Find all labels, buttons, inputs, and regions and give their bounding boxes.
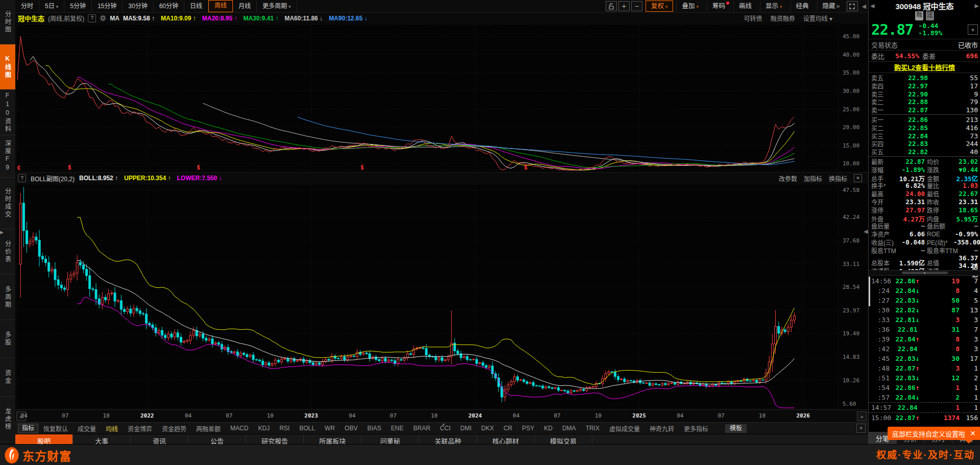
- indicator-item[interactable]: MACD: [230, 425, 248, 432]
- indicator-item[interactable]: RSI: [279, 425, 290, 432]
- tool-button[interactable]: 经典: [791, 1, 814, 11]
- indicator-item[interactable]: 资金趋势: [162, 424, 186, 433]
- help-icon[interactable]: ?: [88, 14, 96, 22]
- collapse-right-panel-arrow[interactable]: ◀: [864, 228, 868, 235]
- indicator-item[interactable]: 资金博弈: [128, 424, 152, 433]
- period-button[interactable]: 更多周期▾: [257, 1, 297, 12]
- sidebar-item-tab[interactable]: 多周期: [0, 275, 15, 320]
- indicator-item[interactable]: CCI: [440, 425, 451, 432]
- ask-row[interactable]: 卖三22.909: [869, 90, 980, 98]
- period-button[interactable]: 周线: [208, 0, 233, 12]
- sidebar-item-active[interactable]: K线图: [0, 44, 15, 90]
- period-button[interactable]: 日线: [184, 1, 208, 12]
- header-link[interactable]: 设置均线 ▾: [803, 14, 832, 22]
- indicator-item[interactable]: KD: [544, 425, 553, 432]
- collapse-right-panel-icon[interactable]: ◀: [862, 3, 866, 10]
- tool-button[interactable]: 复权▾: [646, 1, 674, 12]
- next-stock-arrow[interactable]: ▶: [975, 3, 979, 9]
- indicator-item[interactable]: DMI: [460, 425, 471, 432]
- indicator-item[interactable]: BOLL: [299, 425, 315, 432]
- sidebar-item-tab[interactable]: 多股: [0, 320, 15, 358]
- boll-action-button[interactable]: 改参数: [779, 174, 797, 183]
- prev-stock-arrow[interactable]: ◀: [870, 3, 874, 9]
- tool-button[interactable]: 筹码: [707, 1, 730, 11]
- scroll-right-button[interactable]: »: [857, 411, 867, 421]
- tooltip-close-icon[interactable]: ✕: [970, 429, 976, 437]
- change-percent: -1.89%: [918, 30, 942, 37]
- tool-button[interactable]: 显示▾: [760, 1, 787, 11]
- panel-splitter[interactable]: ▲: [869, 270, 980, 276]
- template-button[interactable]: 模板: [725, 424, 747, 433]
- indicator-item[interactable]: 更多指标: [684, 424, 708, 433]
- eastmoney-logo[interactable]: 东方财富: [4, 447, 71, 464]
- indicator-collapse-handle[interactable]: ▲: [442, 422, 445, 426]
- period-button[interactable]: 15分钟: [92, 1, 123, 12]
- tool-button[interactable]: 叠加▾: [676, 1, 704, 11]
- tick-price: 22.83↓: [892, 374, 923, 382]
- period-button[interactable]: 30分钟: [123, 1, 153, 12]
- bid-row[interactable]: 买一22.86213: [869, 115, 980, 124]
- indicator-item[interactable]: CR: [504, 425, 512, 432]
- indicator-item[interactable]: 均线: [106, 424, 118, 433]
- indicator-item[interactable]: DKX: [481, 425, 494, 432]
- ask-row[interactable]: 卖二22.8879: [869, 97, 980, 106]
- ask-row[interactable]: 卖一22.87130: [869, 106, 980, 114]
- add-indicator-button[interactable]: +: [856, 424, 866, 433]
- tick-scrollbar[interactable]: [869, 277, 870, 306]
- indicator-item[interactable]: BRAR: [413, 425, 430, 432]
- period-button[interactable]: 5分钟: [64, 1, 92, 12]
- sidebar-item-tab[interactable]: F10资料: [0, 90, 15, 135]
- period-button[interactable]: 月线: [233, 1, 257, 12]
- help-icon[interactable]: ?: [18, 174, 26, 182]
- indicator-item[interactable]: 神奇九转: [650, 424, 674, 433]
- boll-action-button[interactable]: 换指标: [829, 174, 847, 183]
- period-button[interactable]: 60分钟: [154, 1, 184, 12]
- tool-button[interactable]: 隐藏»: [817, 1, 845, 11]
- sidebar-expand-arrow[interactable]: ▶: [0, 230, 4, 235]
- indicator-item[interactable]: 恢复默认: [43, 424, 68, 433]
- indicator-item[interactable]: OBV: [345, 425, 357, 432]
- indicator-item[interactable]: 成交量: [78, 424, 96, 433]
- sidebar-item-tab[interactable]: 分价表: [0, 229, 15, 275]
- indicator-item[interactable]: 两融差额: [196, 424, 221, 433]
- header-link[interactable]: 可转债: [744, 14, 762, 22]
- indicator-item[interactable]: KDJ: [258, 425, 270, 432]
- indicator-item[interactable]: PSY: [522, 425, 534, 432]
- indicator-item[interactable]: 虚拟成交量: [609, 424, 640, 433]
- gear-icon[interactable]: [100, 15, 106, 21]
- lock-icon[interactable]: [606, 1, 617, 11]
- boll-subchart-pane[interactable]: 47.5842.2437.6833.1128.5423.9719.4014.83…: [15, 184, 868, 409]
- sidebar-item-tab[interactable]: 分时图: [0, 0, 15, 44]
- fullscreen-icon[interactable]: [847, 1, 858, 11]
- indicator-item[interactable]: WR: [325, 425, 335, 432]
- bid-row[interactable]: 买二22.85416: [869, 124, 980, 132]
- period-button[interactable]: 5日▾: [39, 1, 64, 12]
- tool-button[interactable]: 画线: [733, 1, 757, 11]
- indicator-item[interactable]: TRIX: [586, 425, 600, 432]
- sidebar-item-tab[interactable]: 深度F9: [0, 135, 15, 178]
- bid-row[interactable]: 买三22.8473: [869, 132, 980, 140]
- ask-row[interactable]: 卖四22.9717: [869, 82, 980, 90]
- indicator-item[interactable]: DMA: [562, 425, 576, 432]
- add-to-watchlist-button[interactable]: +: [968, 25, 978, 35]
- tick-volume: 87: [923, 306, 961, 314]
- indicator-label[interactable]: 指标: [18, 424, 38, 433]
- sidebar-item-tab[interactable]: 分时成交: [0, 178, 15, 229]
- ask-row[interactable]: 卖五22.9855: [869, 74, 980, 82]
- period-button[interactable]: 分时: [15, 1, 39, 12]
- close-subchart-icon[interactable]: ✕: [854, 174, 862, 182]
- bid-row[interactable]: 买五22.8240: [869, 148, 980, 156]
- boll-action-button[interactable]: 加指标: [804, 174, 822, 183]
- indicator-item[interactable]: BIAS: [367, 425, 381, 432]
- zoom-in-button[interactable]: +: [618, 1, 630, 11]
- bid-row[interactable]: 买四22.83244: [869, 139, 980, 148]
- zoom-out-button[interactable]: −: [631, 1, 642, 11]
- sidebar-item-tab[interactable]: 龙虎榜: [0, 397, 15, 442]
- header-link[interactable]: 融资融券: [771, 14, 795, 22]
- l2-link[interactable]: 购买L2查看十档行情: [894, 62, 955, 72]
- indicator-item[interactable]: ENE: [391, 425, 404, 432]
- sidebar-item-tab[interactable]: 资金: [0, 358, 15, 397]
- main-kline-pane[interactable]: 45.0040.0035.0030.0025.0020.0015.0010.00…: [15, 23, 868, 172]
- svg-text:23.97: 23.97: [843, 307, 859, 314]
- tick-time: 14:57: [871, 404, 892, 411]
